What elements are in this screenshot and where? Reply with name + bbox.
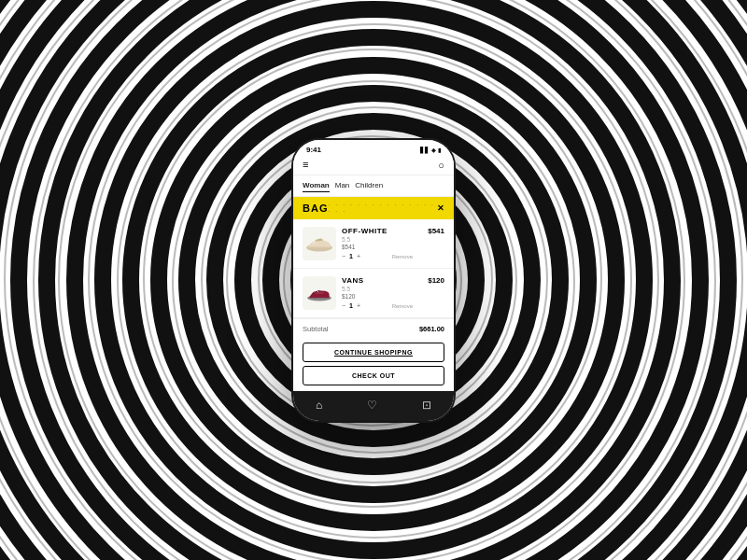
qty-increase-vans[interactable]: + bbox=[357, 302, 360, 309]
remove-vans[interactable]: Remove bbox=[392, 303, 413, 309]
bag-header: BAG · · · · · · · · · · · · · · · · · · … bbox=[293, 197, 454, 219]
bottom-nav: ⌂ ♡ ⊡ bbox=[293, 391, 454, 421]
bag-pattern: · · · · · · · · · · · · · · · · · · bbox=[328, 202, 437, 215]
continue-shopping-button[interactable]: CONTINUE SHOPIPNG bbox=[303, 343, 444, 362]
search-icon[interactable]: ○ bbox=[438, 160, 444, 171]
phone-screen: 9:41 ▋▋ ◈ ▮ ≡ ○ Woman Man Children BAG ·… bbox=[293, 140, 454, 421]
item-price-offwhite: $541 bbox=[342, 244, 413, 250]
app-header: ≡ ○ bbox=[293, 156, 454, 175]
qty-decrease-vans[interactable]: − bbox=[342, 302, 345, 309]
item-image-vans bbox=[303, 276, 336, 310]
qty-value-offwhite: 1 bbox=[349, 253, 353, 259]
svg-point-38 bbox=[315, 242, 317, 244]
cart-items-list: OFF-WHITE 5.5 $541 − 1 + Remove $541 bbox=[293, 219, 454, 318]
item-quantity-offwhite: − 1 + Remove bbox=[342, 253, 413, 259]
tab-man[interactable]: Man bbox=[335, 181, 350, 192]
item-details-vans: VANS 5.5 $120 − 1 + Remove bbox=[342, 276, 413, 309]
status-icons: ▋▋ ◈ ▮ bbox=[420, 147, 441, 153]
subtotal-label: Subtotal bbox=[303, 325, 329, 333]
checkout-button[interactable]: CHECK OUT bbox=[303, 366, 444, 385]
item-brand-offwhite: OFF-WHITE bbox=[342, 227, 413, 235]
status-time: 9:41 bbox=[306, 146, 321, 154]
wifi-icon: ◈ bbox=[431, 147, 436, 153]
remove-offwhite[interactable]: Remove bbox=[392, 254, 413, 259]
category-tabs: Woman Man Children bbox=[293, 175, 454, 197]
qty-value-vans: 1 bbox=[349, 302, 353, 309]
tab-children[interactable]: Children bbox=[355, 181, 383, 192]
qty-increase-offwhite[interactable]: + bbox=[357, 253, 360, 259]
cart-item-vans: VANS 5.5 $120 − 1 + Remove $120 bbox=[293, 269, 454, 318]
item-price-vans: $120 bbox=[342, 293, 413, 300]
svg-point-37 bbox=[313, 243, 315, 245]
item-size-vans: 5.5 bbox=[342, 286, 413, 292]
tab-woman[interactable]: Woman bbox=[303, 181, 330, 192]
status-bar: 9:41 ▋▋ ◈ ▮ bbox=[293, 140, 454, 156]
item-total-vans: $120 bbox=[418, 276, 444, 285]
cart-item-offwhite: OFF-WHITE 5.5 $541 − 1 + Remove $541 bbox=[293, 219, 454, 269]
battery-icon: ▮ bbox=[438, 147, 441, 153]
subtotal-row: Subtotal $661.00 bbox=[293, 318, 454, 339]
item-details-offwhite: OFF-WHITE 5.5 $541 − 1 + Remove bbox=[342, 227, 413, 259]
bag-close-icon[interactable]: ✕ bbox=[437, 203, 444, 213]
item-quantity-vans: − 1 + Remove bbox=[342, 302, 413, 309]
subtotal-value: $661.00 bbox=[419, 325, 444, 333]
item-brand-vans: VANS bbox=[342, 276, 413, 285]
action-buttons: CONTINUE SHOPIPNG CHECK OUT bbox=[293, 339, 454, 391]
nav-home-icon[interactable]: ⌂ bbox=[316, 399, 322, 412]
item-size-offwhite: 5.5 bbox=[342, 236, 413, 243]
item-total-offwhite: $541 bbox=[418, 227, 444, 235]
phone-frame: 9:41 ▋▋ ◈ ▮ ≡ ○ Woman Man Children BAG ·… bbox=[293, 140, 454, 421]
bag-title: BAG bbox=[303, 203, 328, 214]
nav-cart-icon[interactable]: ⊡ bbox=[422, 399, 431, 412]
nav-profile-icon[interactable]: ♡ bbox=[367, 399, 377, 412]
signal-icon: ▋▋ bbox=[420, 147, 430, 153]
qty-decrease-offwhite[interactable]: − bbox=[342, 253, 345, 259]
item-image-offwhite bbox=[303, 227, 336, 260]
menu-icon[interactable]: ≡ bbox=[303, 160, 308, 170]
